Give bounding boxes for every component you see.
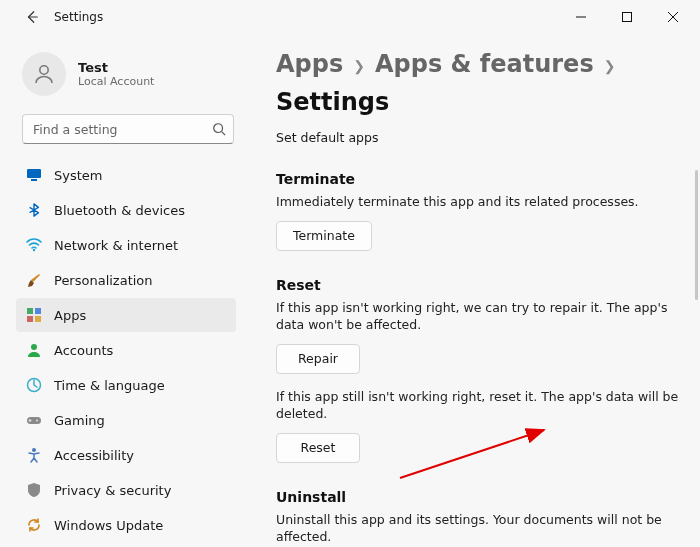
- svg-point-6: [214, 124, 223, 133]
- chevron-right-icon: ❯: [604, 58, 616, 74]
- sidebar-item-gaming[interactable]: Gaming: [16, 403, 236, 437]
- sidebar-item-network[interactable]: Network & internet: [16, 228, 236, 262]
- person-icon: [26, 342, 42, 358]
- sidebar-item-time[interactable]: Time & language: [16, 368, 236, 402]
- titlebar: Settings: [0, 0, 700, 34]
- sidebar-item-label: Network & internet: [54, 238, 178, 253]
- sidebar-item-label: Gaming: [54, 413, 105, 428]
- svg-rect-13: [27, 316, 33, 322]
- sidebar-item-accessibility[interactable]: Accessibility: [16, 438, 236, 472]
- breadcrumb-apps[interactable]: Apps: [276, 50, 343, 78]
- svg-rect-2: [623, 13, 632, 22]
- brush-icon: [26, 272, 42, 288]
- svg-point-5: [40, 66, 48, 74]
- svg-point-10: [33, 249, 35, 251]
- bluetooth-icon: [26, 202, 42, 218]
- back-button[interactable]: [18, 3, 46, 31]
- scrollbar[interactable]: [695, 170, 698, 300]
- uninstall-section: Uninstall Uninstall this app and its set…: [276, 489, 690, 546]
- user-profile[interactable]: Test Local Account: [16, 44, 240, 110]
- wifi-icon: [26, 237, 42, 253]
- uninstall-heading: Uninstall: [276, 489, 690, 505]
- search-input[interactable]: [22, 114, 234, 144]
- nav: System Bluetooth & devices Network & int…: [16, 158, 240, 542]
- close-button[interactable]: [650, 1, 696, 33]
- reset-desc: If this app still isn't working right, r…: [276, 388, 690, 423]
- person-icon: [32, 62, 56, 86]
- reset-button[interactable]: Reset: [276, 433, 360, 463]
- reset-heading: Reset: [276, 277, 690, 293]
- repair-desc: If this app isn't working right, we can …: [276, 299, 690, 334]
- sidebar-item-label: System: [54, 168, 102, 183]
- clock-globe-icon: [26, 377, 42, 393]
- arrow-left-icon: [25, 10, 39, 24]
- minimize-button[interactable]: [558, 1, 604, 33]
- svg-rect-9: [31, 179, 37, 181]
- shield-icon: [26, 482, 42, 498]
- user-name: Test: [78, 60, 154, 75]
- terminate-button[interactable]: Terminate: [276, 221, 372, 251]
- svg-rect-8: [27, 169, 41, 178]
- sidebar-item-label: Time & language: [54, 378, 165, 393]
- breadcrumb-settings: Settings: [276, 88, 389, 116]
- breadcrumb: Apps ❯ Apps & features ❯ Settings: [276, 50, 690, 116]
- gamepad-icon: [26, 412, 42, 428]
- sidebar-item-accounts[interactable]: Accounts: [16, 333, 236, 367]
- search-icon: [212, 121, 226, 140]
- sidebar-item-privacy[interactable]: Privacy & security: [16, 473, 236, 507]
- main-content: Apps ❯ Apps & features ❯ Settings Set de…: [248, 34, 700, 547]
- sidebar-item-label: Privacy & security: [54, 483, 171, 498]
- accessibility-icon: [26, 447, 42, 463]
- app-title: Settings: [54, 10, 103, 24]
- svg-line-7: [222, 132, 226, 136]
- sidebar-item-label: Bluetooth & devices: [54, 203, 185, 218]
- sidebar-item-personalization[interactable]: Personalization: [16, 263, 236, 297]
- svg-point-15: [31, 344, 37, 350]
- close-icon: [668, 12, 678, 22]
- sidebar-item-label: Accounts: [54, 343, 113, 358]
- refresh-icon: [26, 517, 42, 533]
- svg-point-18: [36, 420, 38, 422]
- sidebar-item-label: Apps: [54, 308, 86, 323]
- terminate-heading: Terminate: [276, 171, 690, 187]
- maximize-icon: [622, 12, 632, 22]
- svg-point-19: [32, 448, 36, 452]
- sidebar-item-windows-update[interactable]: Windows Update: [16, 508, 236, 542]
- sidebar-item-apps[interactable]: Apps: [16, 298, 236, 332]
- svg-rect-14: [35, 316, 41, 322]
- svg-rect-11: [27, 308, 33, 314]
- reset-section: Reset If this app isn't working right, w…: [276, 277, 690, 463]
- sidebar-item-label: Accessibility: [54, 448, 134, 463]
- repair-button[interactable]: Repair: [276, 344, 360, 374]
- terminate-section: Terminate Immediately terminate this app…: [276, 171, 690, 251]
- minimize-icon: [576, 12, 586, 22]
- breadcrumb-apps-features[interactable]: Apps & features: [375, 50, 594, 78]
- svg-rect-12: [35, 308, 41, 314]
- uninstall-desc: Uninstall this app and its settings. You…: [276, 511, 690, 546]
- sidebar-item-label: Windows Update: [54, 518, 163, 533]
- apps-icon: [26, 307, 42, 323]
- window-controls: [558, 1, 696, 33]
- sidebar: Test Local Account System Bluetooth & de…: [0, 34, 248, 547]
- chevron-right-icon: ❯: [353, 58, 365, 74]
- user-subtitle: Local Account: [78, 75, 154, 88]
- sidebar-item-system[interactable]: System: [16, 158, 236, 192]
- maximize-button[interactable]: [604, 1, 650, 33]
- set-default-apps-link[interactable]: Set default apps: [276, 130, 690, 145]
- sidebar-item-label: Personalization: [54, 273, 153, 288]
- avatar: [22, 52, 66, 96]
- terminate-desc: Immediately terminate this app and its r…: [276, 193, 690, 211]
- display-icon: [26, 167, 42, 183]
- sidebar-item-bluetooth[interactable]: Bluetooth & devices: [16, 193, 236, 227]
